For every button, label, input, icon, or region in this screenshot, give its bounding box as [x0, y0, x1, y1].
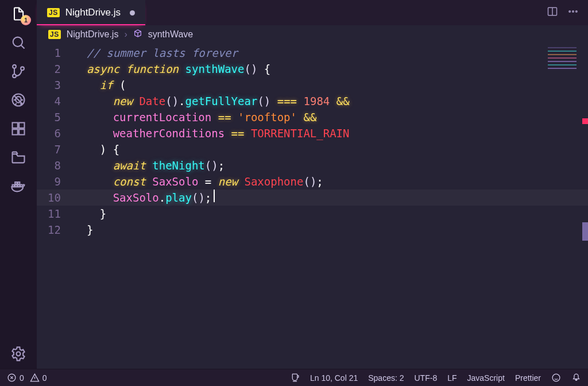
svg-point-3 — [21, 67, 24, 70]
tab-bar: JS NightDrive.js — [37, 0, 588, 25]
main-area: 1 — [0, 0, 588, 369]
explorer-badge: 1 — [21, 15, 31, 25]
chevron-right-icon: › — [124, 29, 127, 40]
svg-point-16 — [569, 11, 571, 13]
overview-ruler[interactable] — [580, 44, 588, 369]
text-caret — [214, 190, 215, 202]
svg-rect-7 — [19, 129, 24, 134]
breadcrumb-file: NightDrive.js — [67, 29, 119, 40]
line-number: 9 — [37, 173, 74, 190]
minimap[interactable] — [548, 47, 577, 79]
more-icon[interactable] — [567, 6, 579, 20]
status-paint-icon[interactable] — [290, 373, 300, 383]
line-number: 4 — [37, 93, 74, 109]
svg-rect-5 — [13, 123, 18, 128]
extensions-icon[interactable] — [9, 119, 28, 138]
file-lang-badge: JS — [47, 8, 60, 17]
overview-error-mark — [582, 118, 588, 124]
source-control-icon[interactable] — [9, 62, 28, 80]
svg-point-20 — [552, 374, 560, 381]
status-language[interactable]: JavaScript — [467, 373, 505, 383]
svg-point-1 — [13, 65, 16, 68]
svg-point-18 — [576, 11, 578, 13]
symbol-method-icon — [133, 29, 142, 40]
tab-nightdrive[interactable]: JS NightDrive.js — [37, 0, 145, 25]
line-number: 8 — [37, 157, 74, 173]
line-number: 7 — [37, 141, 74, 157]
line-number: 2 — [37, 61, 74, 77]
svg-rect-8 — [19, 123, 24, 128]
status-bell-icon[interactable] — [571, 373, 581, 383]
line-number: 12 — [37, 222, 74, 238]
breadcrumb-file-badge: JS — [48, 30, 61, 39]
svg-point-0 — [13, 37, 22, 47]
dirty-indicator-icon — [130, 10, 135, 16]
search-icon[interactable] — [9, 33, 28, 52]
editor-body[interactable]: 1 // summer lasts forever 2 async functi… — [37, 44, 588, 369]
code[interactable]: 1 // summer lasts forever 2 async functi… — [37, 44, 588, 238]
status-spaces[interactable]: Spaces: 2 — [368, 373, 404, 383]
svg-point-14 — [17, 352, 21, 356]
line-number: 11 — [37, 206, 74, 222]
svg-point-2 — [13, 74, 16, 78]
editor-area: JS NightDrive.js JS NightDrive.js › synt… — [37, 0, 588, 369]
breadcrumb-symbol: synthWave — [148, 29, 194, 40]
breadcrumb[interactable]: JS NightDrive.js › synthWave — [37, 25, 588, 44]
settings-gear-icon[interactable] — [9, 345, 28, 363]
status-lncol[interactable]: Ln 10, Col 21 — [310, 373, 358, 383]
svg-rect-6 — [13, 129, 18, 134]
line-number: 1 — [37, 45, 74, 61]
status-eol[interactable]: LF — [447, 373, 457, 383]
status-feedback-icon[interactable] — [551, 373, 561, 383]
folder-icon[interactable] — [9, 148, 28, 167]
tab-actions — [537, 0, 588, 25]
docker-icon[interactable] — [9, 177, 28, 195]
overview-region-mark — [582, 222, 588, 241]
status-warnings[interactable]: 0 — [30, 373, 47, 383]
svg-rect-13 — [18, 182, 20, 184]
status-errors[interactable]: 0 — [7, 373, 24, 383]
svg-point-17 — [572, 11, 574, 13]
line-number: 10 — [37, 190, 74, 206]
tab-label: NightDrive.js — [65, 7, 121, 18]
line-number: 6 — [37, 125, 74, 141]
split-editor-icon[interactable] — [547, 6, 558, 20]
status-formatter[interactable]: Prettier — [515, 373, 541, 383]
explorer-icon[interactable]: 1 — [9, 5, 28, 23]
app-root: 1 — [0, 0, 588, 386]
activity-bar: 1 — [0, 0, 37, 369]
line-number: 3 — [37, 77, 74, 93]
svg-rect-12 — [15, 182, 17, 184]
line-number: 5 — [37, 109, 74, 125]
status-encoding[interactable]: UTF-8 — [415, 373, 438, 383]
debug-disabled-icon[interactable] — [9, 91, 28, 109]
status-bar: 0 0 Ln 10, Col 21 Spaces: 2 UTF-8 LF Jav… — [0, 369, 588, 386]
